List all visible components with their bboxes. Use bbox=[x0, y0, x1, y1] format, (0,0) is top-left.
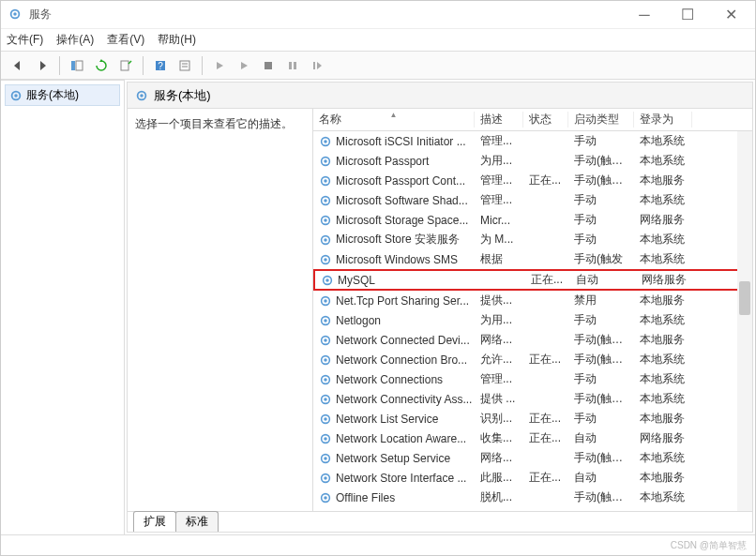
cell-start: 自动 bbox=[568, 470, 634, 486]
cell-name: Network Connection Bro... bbox=[313, 353, 475, 367]
cell-start: 手动 bbox=[568, 212, 634, 228]
back-button[interactable] bbox=[7, 54, 29, 77]
cell-name: Microsoft Store 安装服务 bbox=[313, 232, 475, 248]
cell-name: Microsoft Passport bbox=[313, 155, 475, 168]
service-icon bbox=[319, 353, 332, 367]
watermark: CSDN @简单智慧 bbox=[671, 539, 747, 552]
service-icon bbox=[319, 214, 332, 227]
cell-desc: Age bbox=[475, 511, 523, 512]
stop-service-button[interactable] bbox=[233, 54, 255, 77]
table-row[interactable]: Microsoft Storage Space...Micr...手动网络服务 bbox=[313, 210, 752, 230]
cell-start: 手动(触发... bbox=[568, 352, 634, 368]
cell-desc: 为 M... bbox=[475, 232, 523, 248]
service-icon bbox=[319, 294, 332, 308]
services-icon bbox=[9, 89, 23, 102]
tab-standard[interactable]: 标准 bbox=[175, 511, 219, 532]
table-row[interactable]: Netlogon为用...手动本地系统 bbox=[313, 310, 752, 330]
services-icon bbox=[135, 89, 148, 102]
svg-rect-7 bbox=[180, 61, 189, 70]
table-row[interactable]: Microsoft Software Shad...管理...手动本地系统 bbox=[313, 190, 752, 210]
tree-root-services[interactable]: 服务(本地) bbox=[5, 84, 120, 106]
cell-start: 手动 bbox=[568, 232, 634, 248]
table-row[interactable]: Microsoft Store 安装服务为 M...手动本地系统 bbox=[313, 230, 752, 249]
forward-button[interactable] bbox=[31, 54, 53, 77]
svg-rect-11 bbox=[289, 62, 292, 69]
cell-start: 禁用 bbox=[568, 509, 634, 511]
table-row[interactable]: Microsoft Passport Cont...管理...正在...手动(触… bbox=[313, 171, 752, 190]
vertical-scrollbar[interactable] bbox=[737, 131, 752, 511]
table-row[interactable]: Network Connected Devi...网络...手动(触发...本地… bbox=[313, 330, 752, 350]
pause-service-button[interactable] bbox=[257, 54, 280, 77]
svg-text:?: ? bbox=[158, 61, 163, 71]
table-row[interactable]: Network Location Aware...收集...正在...自动网络服… bbox=[313, 428, 752, 448]
properties-button[interactable] bbox=[174, 54, 196, 77]
svg-rect-4 bbox=[121, 61, 129, 70]
service-icon bbox=[319, 253, 332, 266]
cell-name: Microsoft iSCSI Initiator ... bbox=[313, 135, 475, 148]
table-row[interactable]: Net.Tcp Port Sharing Ser...提供...禁用本地服务 bbox=[313, 291, 752, 310]
help-button[interactable]: ? bbox=[149, 54, 172, 77]
table-row[interactable]: Microsoft Passport为用...手动(触发...本地系统 bbox=[313, 151, 752, 171]
restart-service-button[interactable] bbox=[281, 54, 304, 77]
svg-rect-2 bbox=[71, 61, 75, 70]
table-row[interactable]: Microsoft Windows SMS根据手动(触发本地系统 bbox=[313, 249, 752, 269]
resume-service-button[interactable] bbox=[306, 54, 328, 77]
menu-help[interactable]: 帮助(H) bbox=[158, 32, 196, 48]
table-row[interactable]: Network Store Interface ...此服...正在...自动本… bbox=[313, 468, 752, 488]
cell-start: 手动 bbox=[568, 192, 634, 208]
table-row[interactable]: Network Connection Bro...允许...正在...手动(触发… bbox=[313, 350, 752, 369]
cell-name: Network Connectivity Ass... bbox=[313, 393, 475, 406]
cell-name: Net.Tcp Port Sharing Ser... bbox=[313, 294, 475, 308]
cell-logon: 本地系统 bbox=[634, 133, 692, 149]
cell-desc: 根据 bbox=[475, 251, 523, 267]
cell-desc: 网络... bbox=[475, 332, 523, 348]
column-name[interactable]: 名称▲ bbox=[313, 112, 475, 128]
cell-name: Microsoft Storage Space... bbox=[313, 214, 475, 227]
cell-start: 禁用 bbox=[568, 293, 634, 308]
table-row[interactable]: Microsoft iSCSI Initiator ...管理...手动本地系统 bbox=[313, 131, 752, 151]
cell-name: Offline Files bbox=[313, 491, 475, 504]
table-row[interactable]: Network List Service识别...正在...手动本地服务 bbox=[313, 409, 752, 428]
table-row[interactable]: Network Setup Service网络...手动(触发...本地系统 bbox=[313, 448, 752, 468]
show-hide-tree-button[interactable] bbox=[66, 54, 88, 77]
menu-operation[interactable]: 操作(A) bbox=[56, 32, 94, 48]
column-logon[interactable]: 登录为 bbox=[634, 112, 692, 128]
service-icon bbox=[319, 135, 332, 148]
column-desc[interactable]: 描述 bbox=[475, 112, 523, 128]
column-status[interactable]: 状态 bbox=[523, 112, 568, 128]
cell-name: Netlogon bbox=[313, 314, 475, 327]
table-row[interactable]: OpenSSH AuthenticationAge禁用本地系统 bbox=[313, 507, 752, 511]
refresh-button[interactable] bbox=[90, 54, 113, 77]
cell-desc: 允许... bbox=[475, 352, 523, 368]
window-title: 服务 bbox=[29, 7, 631, 23]
scroll-thumb[interactable] bbox=[739, 281, 750, 315]
tab-extended[interactable]: 扩展 bbox=[133, 511, 176, 532]
svg-point-53 bbox=[324, 476, 327, 480]
tree-pane: 服务(本地) bbox=[1, 80, 125, 534]
tree-root-label: 服务(本地) bbox=[26, 87, 79, 103]
cell-name: Network List Service bbox=[313, 413, 475, 426]
cell-desc: 管理... bbox=[475, 192, 523, 208]
cell-start: 手动 bbox=[568, 371, 634, 387]
table-row[interactable]: Offline Files脱机...手动(触发...本地系统 bbox=[313, 488, 752, 507]
menu-file[interactable]: 文件(F) bbox=[7, 32, 43, 48]
view-tabs: 扩展 标准 bbox=[128, 511, 752, 532]
minimize-button[interactable]: ─ bbox=[631, 6, 658, 24]
cell-name: Microsoft Passport Cont... bbox=[313, 174, 475, 188]
table-row[interactable]: Network Connectivity Ass...提供 ...手动(触发..… bbox=[313, 389, 752, 409]
cell-desc: 管理... bbox=[475, 133, 523, 149]
menu-view[interactable]: 查看(V) bbox=[107, 32, 144, 48]
maximize-button[interactable]: ☐ bbox=[674, 6, 701, 24]
svg-point-31 bbox=[324, 258, 327, 262]
close-button[interactable]: ✕ bbox=[718, 6, 744, 24]
export-button[interactable] bbox=[114, 54, 137, 77]
toolbar: ? bbox=[1, 52, 755, 80]
column-start[interactable]: 启动类型 bbox=[568, 112, 634, 128]
cell-desc: 管理... bbox=[475, 371, 523, 387]
table-row[interactable]: Network Connections管理...手动本地系统 bbox=[313, 369, 752, 389]
separator bbox=[59, 56, 60, 75]
cell-name: MySQL bbox=[315, 274, 476, 287]
cell-start: 手动(触发... bbox=[568, 489, 634, 505]
table-row[interactable]: MySQL正在...自动网络服务 bbox=[313, 269, 752, 291]
start-service-button[interactable] bbox=[208, 54, 231, 77]
